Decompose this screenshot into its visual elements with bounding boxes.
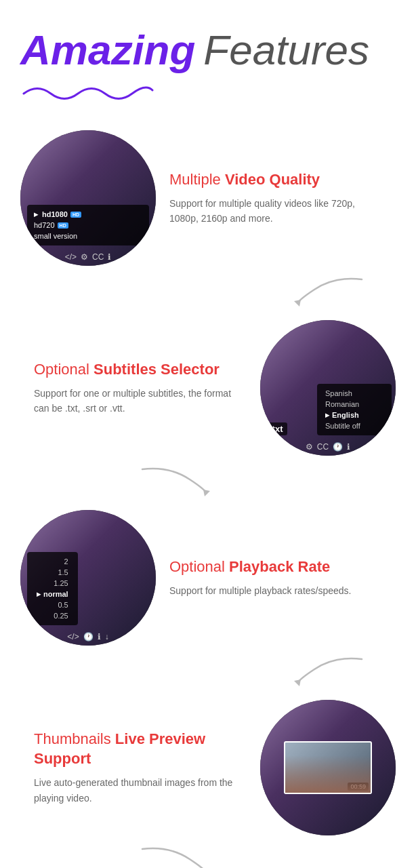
pr-item-0-5: 0.5 — [37, 599, 68, 610]
sub-arrow — [20, 462, 396, 496]
sub-ctrl-cc: CC — [317, 442, 329, 452]
pr-arrow — [20, 652, 396, 686]
th-mock-bg: 00:59 — [260, 700, 396, 835]
th-feature-text: Thumbnails Live Preview Support Live aut… — [20, 730, 260, 806]
vq-hd-badge-1080: HD — [70, 212, 81, 218]
pr-ctrl-clock: 🕐 — [83, 632, 93, 642]
vq-feature-title: Multiple Video Quality — [169, 170, 382, 190]
hero-title: AmazingFeatures — [20, 27, 396, 73]
vq-item-small: small version — [34, 231, 142, 241]
vq-ctrl-info: ℹ — [108, 252, 111, 262]
sub-title-prefix: Optional — [34, 361, 93, 378]
pr-item-1-5: 1.5 — [37, 567, 68, 578]
sub-feature-title: Optional Subtitles Selector — [34, 360, 247, 380]
pr-overlay: 2 1.5 1.25 normal 0.5 0.25 — [27, 552, 78, 625]
pr-title-bold: Playback Rate — [229, 558, 330, 575]
vq-label-hd1080: hd1080 — [42, 210, 68, 218]
vq-ctrl-gear: ⚙ — [81, 252, 88, 262]
vq-ctrl-code: </> — [65, 252, 77, 262]
sub-mock-bg: .txt Spanish Romanian English Subtitle o… — [260, 320, 396, 456]
pr-feature-text: Optional Playback Rate Support for multi… — [156, 557, 396, 599]
th-circle-image: 00:59 — [260, 700, 396, 835]
page-wrapper: AmazingFeatures ▶ hd1080 HD hd720 — [0, 0, 416, 868]
pr-title-prefix: Optional — [169, 558, 229, 575]
feature-row-th: 00:59 Thumbnails Live Preview Support Li… — [20, 700, 396, 835]
feature-row-pr: 2 1.5 1.25 normal 0.5 0.25 </> 🕐 ℹ ↓ — [20, 510, 396, 646]
pr-feature-desc: Support for multiple playback rates/spee… — [169, 583, 382, 598]
squiggle-decoration — [20, 80, 396, 103]
sub-item-off: Subtitle off — [325, 420, 383, 431]
feature-row-sub: .txt Spanish Romanian English Subtitle o… — [20, 320, 396, 456]
svg-marker-1 — [203, 490, 210, 496]
hero-amazing: Amazing — [20, 26, 195, 73]
sub-title-bold: Subtitles Selector — [93, 361, 220, 378]
vq-controls-bar: </> ⚙ CC ℹ — [20, 252, 156, 262]
pr-ctrl-down: ↓ — [105, 632, 109, 642]
sub-item-spanish: Spanish — [325, 388, 383, 399]
sub-item-romanian: Romanian — [325, 399, 383, 410]
pr-circle-image: 2 1.5 1.25 normal 0.5 0.25 </> 🕐 ℹ ↓ — [20, 510, 156, 646]
vq-title-bold: Video Quality — [225, 171, 320, 188]
feature-row-vq: ▶ hd1080 HD hd720 HD small version — [20, 130, 396, 266]
sub-ctrl-clock: 🕐 — [333, 442, 343, 452]
pr-mock-bg: 2 1.5 1.25 normal 0.5 0.25 </> 🕐 ℹ ↓ — [20, 510, 156, 646]
feature-thumbnails: 00:59 Thumbnails Live Preview Support Li… — [20, 700, 396, 868]
vq-label-hd720: hd720 — [34, 221, 55, 229]
sub-ctrl-gear: ⚙ — [306, 442, 313, 452]
pr-ctrl-code: </> — [67, 632, 79, 642]
pr-item-0-25: 0.25 — [37, 610, 68, 621]
sub-ctrl-info: ℹ — [347, 442, 350, 452]
vq-mock-bg: ▶ hd1080 HD hd720 HD small version — [20, 130, 156, 266]
hero-features: Features — [203, 26, 369, 73]
vq-item-hd1080: ▶ hd1080 HD — [34, 209, 142, 220]
pr-feature-title: Optional Playback Rate — [169, 557, 382, 577]
vq-item-hd720: hd720 HD — [34, 220, 142, 231]
vq-feature-desc: Support for multiple quality videos like… — [169, 196, 382, 226]
th-title-prefix: Thumbnails — [34, 730, 115, 747]
vq-title-prefix: Multiple — [169, 171, 225, 188]
sub-feature-desc: Support for one or multiple subtitles, t… — [34, 386, 247, 416]
th-preview-box: 00:59 — [284, 741, 372, 794]
vq-ctrl-cc: CC — [92, 252, 104, 262]
sub-circle-image: .txt Spanish Romanian English Subtitle o… — [260, 320, 396, 456]
vq-circle-image: ▶ hd1080 HD hd720 HD small version — [20, 130, 156, 266]
svg-marker-2 — [294, 679, 301, 686]
vq-play-icon: ▶ — [34, 212, 38, 218]
svg-marker-0 — [294, 300, 301, 307]
vq-arrow — [20, 273, 396, 307]
pr-item-2: 2 — [37, 556, 68, 567]
sub-feature-text: Optional Subtitles Selector Support for … — [20, 360, 260, 416]
pr-controls-bar: </> 🕐 ℹ ↓ — [20, 632, 156, 642]
feature-subtitles: .txt Spanish Romanian English Subtitle o… — [20, 320, 396, 496]
pr-ctrl-info: ℹ — [98, 632, 101, 642]
feature-video-quality: ▶ hd1080 HD hd720 HD small version — [20, 130, 396, 307]
th-feature-title: Thumbnails Live Preview Support — [34, 730, 247, 768]
sub-item-english: English — [325, 410, 383, 420]
sub-controls-bar: ⚙ CC 🕐 ℹ — [260, 442, 396, 452]
th-arrow — [20, 842, 396, 868]
sub-overlay: Spanish Romanian English Subtitle off — [317, 384, 392, 435]
th-people-bg — [285, 755, 371, 793]
vq-hd-badge-720: HD — [58, 222, 68, 229]
sub-txt-badge: .txt — [266, 422, 287, 435]
feature-playback-rate: 2 1.5 1.25 normal 0.5 0.25 </> 🕐 ℹ ↓ — [20, 510, 396, 686]
vq-feature-text: Multiple Video Quality Support for multi… — [156, 170, 396, 226]
pr-item-normal: normal — [37, 589, 68, 599]
vq-label-small: small version — [34, 232, 77, 240]
vq-overlay: ▶ hd1080 HD hd720 HD small version — [27, 205, 149, 245]
th-feature-desc: Live auto-generated thumbnail images fro… — [34, 775, 247, 806]
pr-item-1-25: 1.25 — [37, 578, 68, 589]
